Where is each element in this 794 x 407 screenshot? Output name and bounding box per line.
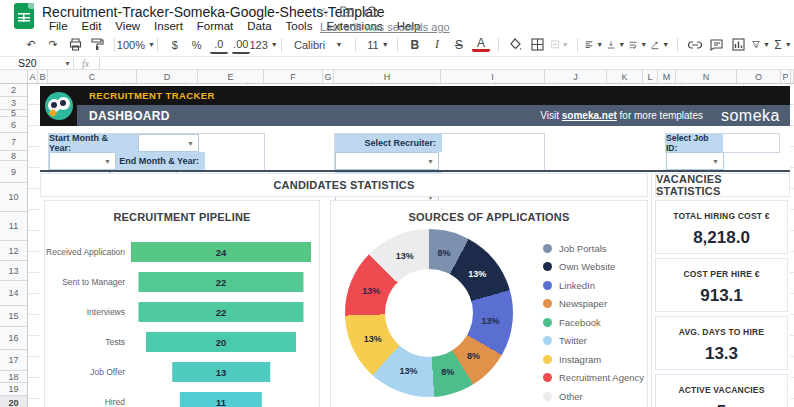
column-header[interactable]: B <box>38 70 48 83</box>
column-header[interactable]: E <box>198 70 264 83</box>
menu-item[interactable]: File <box>42 20 75 34</box>
column-header[interactable]: J <box>545 70 607 83</box>
column-header[interactable]: D <box>137 70 198 83</box>
google-sheets-logo-icon[interactable] <box>14 3 34 29</box>
zoom-select[interactable]: 100%▼ <box>123 36 149 54</box>
start-year-dropdown[interactable]: ▼ <box>49 152 116 170</box>
pipeline-category-label: Sent to Manager <box>45 277 131 287</box>
legend-dot-icon <box>543 262 552 271</box>
column-header[interactable]: M <box>658 70 676 83</box>
stat-label: AVG. DAYS TO HIRE <box>656 327 787 337</box>
row-header[interactable]: 5 <box>0 110 27 117</box>
column-header[interactable]: G <box>323 70 334 83</box>
italic-button[interactable]: I <box>428 36 446 54</box>
title-bar: Recruitment-Tracker-Someka-Google-Sheets… <box>0 0 794 32</box>
horizontal-align-icon[interactable]: ▼ <box>585 36 603 54</box>
recruiter-dropdown[interactable]: ▼ <box>335 152 439 170</box>
paint-format-icon[interactable] <box>88 36 106 54</box>
column-header[interactable]: H <box>334 70 441 83</box>
donut-chart: 8%13%13%8%8%13%13%13%13% <box>345 229 513 397</box>
column-header[interactable]: N <box>676 70 737 83</box>
insert-chart-icon[interactable] <box>730 36 748 54</box>
star-icon[interactable]: ☆ <box>318 5 330 20</box>
pipeline-bar-row: Hired 11 <box>45 387 319 407</box>
row-header[interactable]: 20 <box>0 396 27 407</box>
chart-legend: Job Portals Own Website LinkedIn Newspap… <box>543 239 644 406</box>
row-header[interactable]: 7 <box>0 133 27 151</box>
strikethrough-button[interactable]: S <box>450 36 468 54</box>
column-header[interactable]: L <box>643 70 658 83</box>
bold-button[interactable]: B <box>406 36 424 54</box>
menu-item[interactable]: Edit <box>75 20 109 34</box>
menu-item[interactable]: Tools <box>279 20 320 34</box>
stat-value: 13.3 <box>656 344 787 364</box>
someka-link[interactable]: someka.net <box>562 110 617 121</box>
page-title: DASHBOARD <box>89 109 170 123</box>
candidates-statistics-header: CANDIDATES STATISTICS <box>40 173 648 197</box>
borders-icon[interactable] <box>529 36 547 54</box>
redo-icon[interactable]: ↷ <box>44 36 62 54</box>
row-header[interactable]: 17 <box>0 350 27 371</box>
select-all-corner[interactable] <box>0 70 28 83</box>
text-wrap-icon[interactable]: ▼ <box>629 36 647 54</box>
filter-icon[interactable]: ▼ <box>752 36 770 54</box>
row-header[interactable]: 19 <box>0 383 27 396</box>
vertical-align-icon[interactable]: ▼ <box>607 36 625 54</box>
print-icon[interactable] <box>66 36 84 54</box>
column-header[interactable]: C <box>48 70 137 83</box>
menu-item[interactable]: View <box>108 20 147 34</box>
cell-reference-box[interactable]: S20 <box>0 57 48 69</box>
column-header[interactable]: A <box>28 70 38 83</box>
donut-slice-label: 13% <box>482 316 500 326</box>
job-id-dropdown[interactable]: ▼ <box>666 152 724 170</box>
legend-item: Newspaper <box>543 295 644 314</box>
row-header[interactable]: 15 <box>0 306 27 327</box>
name-box-caret-icon[interactable]: ▼ <box>64 60 71 67</box>
row-header[interactable]: 2 <box>0 84 27 97</box>
column-header[interactable]: K <box>607 70 643 83</box>
font-size-select[interactable]: 11▼ <box>363 36 389 54</box>
start-month-dropdown[interactable]: ▼ <box>138 134 199 152</box>
row-header[interactable]: 16 <box>0 327 27 350</box>
pipeline-bar: 24 <box>131 242 311 262</box>
column-header[interactable]: F <box>264 70 323 83</box>
row-header[interactable]: 8 <box>0 151 27 161</box>
row-header[interactable]: 18 <box>0 371 27 383</box>
cloud-saved-icon[interactable] <box>364 5 379 20</box>
insert-link-icon[interactable] <box>686 36 704 54</box>
text-color-button[interactable]: A <box>472 38 490 52</box>
insert-comment-icon[interactable] <box>708 36 726 54</box>
fill-color-icon[interactable] <box>507 36 525 54</box>
row-header[interactable]: 14 <box>0 281 27 306</box>
functions-sum-icon[interactable]: Σ▼ <box>774 36 792 54</box>
font-select[interactable]: Calibri▼ <box>290 36 346 54</box>
merge-cells-icon[interactable]: ▼ <box>551 36 569 54</box>
row-header[interactable]: 10 <box>0 183 27 212</box>
legend-dot-icon <box>543 336 552 345</box>
menu-item[interactable]: Insert <box>147 20 190 34</box>
decrease-decimal-icon[interactable]: .0 <box>210 36 228 54</box>
column-header[interactable]: O <box>737 70 781 83</box>
pipeline-bar-row: Tests 20 <box>45 327 319 357</box>
last-edit-link[interactable]: Last edit was seconds ago <box>320 21 450 33</box>
row-header[interactable]: 9 <box>0 161 27 183</box>
format-percent-icon[interactable]: % <box>188 36 206 54</box>
increase-decimal-icon[interactable]: .00 <box>232 36 250 54</box>
move-folder-icon[interactable] <box>340 5 354 20</box>
stat-value: 8,218.0 <box>656 228 787 248</box>
column-header[interactable]: I <box>441 70 545 83</box>
row-header[interactable]: 6 <box>0 117 27 133</box>
undo-icon[interactable]: ↶ <box>22 36 40 54</box>
column-header[interactable]: P <box>781 70 791 83</box>
more-formats-select[interactable]: 123▼ <box>254 36 274 54</box>
text-rotation-icon[interactable]: ▼ <box>651 36 669 54</box>
sheet-grid[interactable]: 23567891011121314151617181920 RECRUITMEN… <box>0 84 794 407</box>
menu-item[interactable]: Data <box>240 20 278 34</box>
row-header[interactable]: 12 <box>0 241 27 261</box>
row-header[interactable]: 11 <box>0 212 27 241</box>
row-header[interactable]: 13 <box>0 261 27 281</box>
legend-dot-icon <box>543 299 552 308</box>
format-currency-icon[interactable]: $ <box>166 36 184 54</box>
menu-item[interactable]: Format <box>190 20 240 34</box>
legend-item: Instagram <box>543 350 644 369</box>
